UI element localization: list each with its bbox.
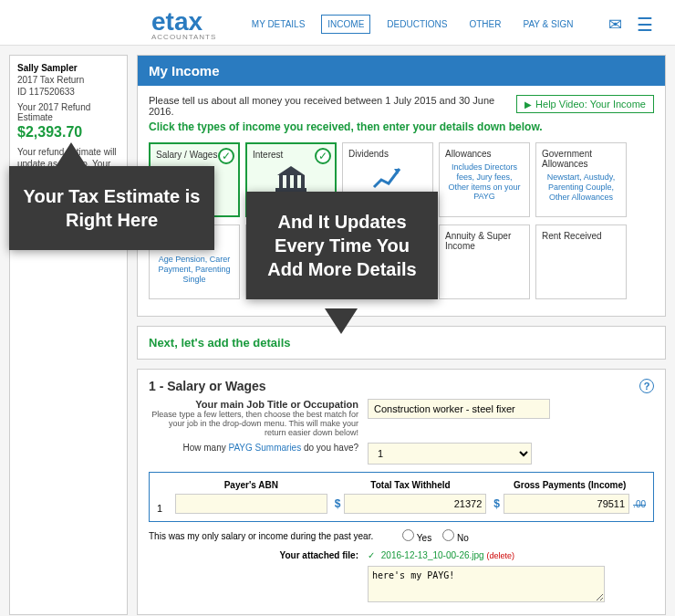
delete-file-link[interactable]: (delete) — [486, 551, 514, 560]
tile-title: Dividends — [348, 149, 427, 159]
tile-allowances[interactable]: Allowances Includes Directors fees, Jury… — [439, 142, 530, 217]
gross-label: Gross Payments (Income) — [493, 480, 646, 490]
svg-rect-6 — [294, 175, 297, 188]
chart-up-icon — [348, 161, 427, 195]
income-panel-title: My Income — [138, 56, 665, 86]
payg-count-post: do you have? — [301, 443, 358, 453]
estimate-amount: $2,393.70 — [17, 124, 119, 141]
gross-input[interactable] — [504, 494, 629, 514]
tax-year: 2017 Tax Return — [17, 75, 119, 85]
callout-updates: And It Updates Every Time You Add More D… — [246, 192, 438, 299]
logo-subtitle: ACCOUNTANTS — [151, 33, 216, 41]
tab-pay-sign[interactable]: PAY & SIGN — [517, 16, 578, 33]
tax-id: ID 117520633 — [17, 87, 119, 97]
payg-summaries-link[interactable]: PAYG Summaries — [229, 443, 302, 453]
tile-subtitle: Includes Directors fees, Jury fees, Othe… — [445, 162, 524, 202]
tab-income[interactable]: INCOME — [321, 15, 370, 34]
tile-title: Rent Received — [542, 231, 620, 241]
salary-wages-section: 1 - Salary or Wages ? Your main Job Titl… — [137, 369, 666, 615]
tile-subtitle: Age Pension, Carer Payment, Parenting Si… — [155, 255, 234, 284]
nav-tabs: MY DETAILS INCOME DEDUCTIONS OTHER PAY &… — [246, 15, 579, 34]
top-icons: ✉ ☰ — [608, 14, 653, 36]
tab-other[interactable]: OTHER — [463, 16, 506, 33]
callout-tax-estimate: Your Tax Estimate is Right Here — [9, 166, 214, 250]
callout-pointer-icon — [325, 308, 358, 334]
svg-rect-7 — [301, 175, 305, 188]
tile-title: Annuity & Super Income — [445, 231, 524, 251]
tile-title: Government Allowances — [542, 149, 620, 169]
only-income-question: This was my only salary or income during… — [149, 531, 373, 541]
tile-annuity-super[interactable]: Annuity & Super Income — [439, 224, 530, 299]
withheld-label: Total Tax Withheld — [335, 480, 487, 490]
payg-row-index: 1 — [157, 503, 168, 514]
check-icon: ✓ — [315, 148, 331, 164]
user-name: Sally Sampler — [17, 63, 119, 73]
payg-count-select[interactable]: 1 — [368, 443, 532, 465]
check-icon: ✓ — [368, 550, 375, 560]
svg-rect-4 — [279, 175, 283, 188]
svg-marker-3 — [277, 166, 305, 175]
dollar-icon: $ — [493, 497, 500, 510]
job-title-label: Your main Job Title or Occupation — [195, 399, 358, 410]
next-details-header: Next, let's add the details — [137, 326, 666, 360]
tab-my-details[interactable]: MY DETAILS — [246, 16, 311, 33]
cents-label: .00 — [633, 499, 646, 509]
only-income-no[interactable]: No — [442, 529, 469, 543]
attached-file-name[interactable]: 2016-12-13_10-00-26.jpg — [381, 550, 484, 560]
sidebar: Sally Sampler 2017 Tax Return ID 1175206… — [9, 55, 128, 615]
mail-icon[interactable]: ✉ — [608, 15, 622, 35]
payg-count-pre: How many — [183, 443, 229, 453]
help-video-button[interactable]: Help Video: Your Income — [516, 95, 654, 113]
withheld-input[interactable] — [344, 494, 486, 514]
file-comment-textarea[interactable] — [368, 566, 605, 602]
abn-label: Payer's ABN — [175, 480, 327, 490]
click-prompt: Click the types of income you received, … — [149, 120, 654, 133]
top-bar: etax ACCOUNTANTS MY DETAILS INCOME DEDUC… — [0, 0, 675, 46]
svg-rect-5 — [286, 175, 290, 188]
menu-icon[interactable]: ☰ — [637, 14, 653, 36]
tile-title: Allowances — [445, 149, 524, 159]
job-title-hint: Please type a few letters, then choose t… — [149, 410, 358, 437]
estimate-label: Your 2017 Refund Estimate — [17, 102, 119, 122]
abn-input[interactable] — [175, 494, 327, 514]
tile-rent-received[interactable]: Rent Received — [535, 224, 627, 299]
tab-deductions[interactable]: DEDUCTIONS — [381, 16, 452, 33]
only-income-yes[interactable]: Yes — [402, 529, 431, 543]
check-icon: ✓ — [218, 148, 234, 164]
payg-entry-box: 1 Payer's ABN Total Tax Withheld $ — [149, 472, 654, 522]
attached-file-label: Your attached file: — [149, 550, 358, 560]
dollar-icon: $ — [335, 497, 341, 510]
help-icon[interactable]: ? — [639, 379, 654, 393]
job-title-input[interactable] — [368, 399, 550, 419]
tile-gov-allowances[interactable]: Government Allowances Newstart, Austudy,… — [535, 142, 627, 217]
callout-pointer-icon — [55, 142, 88, 168]
salary-section-heading: 1 - Salary or Wages — [149, 379, 266, 393]
tile-subtitle: Newstart, Austudy, Parenting Couple, Oth… — [542, 172, 620, 202]
logo: etax ACCOUNTANTS — [151, 7, 216, 41]
